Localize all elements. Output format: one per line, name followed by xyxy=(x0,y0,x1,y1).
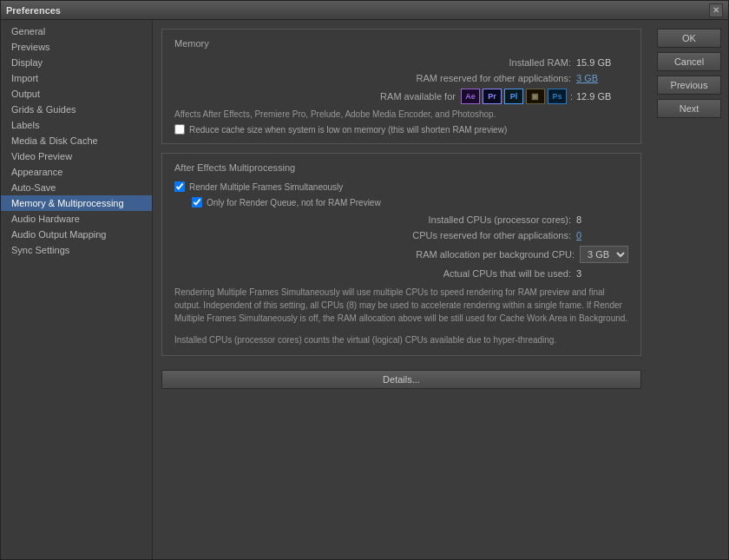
sidebar-item-grids---guides[interactable]: Grids & Guides xyxy=(1,102,152,117)
sidebar-item-appearance[interactable]: Appearance xyxy=(1,164,152,180)
actual-cpus-value: 3 xyxy=(576,268,628,279)
sidebar-item-video-preview[interactable]: Video Preview xyxy=(1,148,152,164)
reserved-ram-row: RAM reserved for other applications: 3 G… xyxy=(174,73,628,83)
desc2-text: Installed CPUs (processor cores) counts … xyxy=(174,333,628,346)
actual-cpus-label: Actual CPUs that will be used: xyxy=(174,268,576,279)
available-ram-value: 12.9 GB xyxy=(576,91,628,102)
titlebar: Preferences ✕ xyxy=(1,1,728,20)
installed-cpus-value: 8 xyxy=(576,214,628,225)
ame-icon: ▣ xyxy=(526,89,545,104)
sidebar-item-labels[interactable]: Labels xyxy=(1,117,152,133)
pl-icon: Pl xyxy=(504,89,523,104)
window-title: Preferences xyxy=(6,5,61,16)
actual-cpus-row: Actual CPUs that will be used: 3 xyxy=(174,268,628,279)
sidebar-item-media---disk-cache[interactable]: Media & Disk Cache xyxy=(1,133,152,148)
sidebar-item-audio-hardware[interactable]: Audio Hardware xyxy=(1,211,152,227)
installed-ram-row: Installed RAM: 15.9 GB xyxy=(174,57,628,68)
reserved-cpus-label: CPUs reserved for other applications: xyxy=(174,230,576,240)
ram-alloc-row: RAM allocation per background CPU: 1 GB … xyxy=(174,246,628,263)
available-ram-row: RAM available for Ae Pr Pl ▣ Ps : 12.9 G… xyxy=(174,89,628,104)
ps-icon: Ps xyxy=(548,89,567,104)
render-queue-row: Only for Render Queue, not for RAM Previ… xyxy=(192,197,628,208)
sidebar-item-audio-output-mapping[interactable]: Audio Output Mapping xyxy=(1,227,152,242)
available-colon: : xyxy=(567,91,576,102)
installed-cpus-label: Installed CPUs (processor cores): xyxy=(174,214,576,225)
render-queue-checkbox[interactable] xyxy=(192,197,202,208)
multiprocessing-section: After Effects Multiprocessing Render Mul… xyxy=(161,153,641,356)
sidebar-item-display[interactable]: Display xyxy=(1,55,152,70)
reserved-cpus-row: CPUs reserved for other applications: 0 xyxy=(174,230,628,240)
details-button[interactable]: Details... xyxy=(161,370,641,389)
sidebar: GeneralPreviewsDisplayImportOutputGrids … xyxy=(1,20,153,559)
reserved-cpus-value[interactable]: 0 xyxy=(576,230,628,240)
sidebar-item-memory---multiprocessing[interactable]: Memory & Multiprocessing xyxy=(1,195,152,211)
installed-cpus-row: Installed CPUs (processor cores): 8 xyxy=(174,214,628,225)
available-ram-label: RAM available for xyxy=(174,91,461,102)
sidebar-item-general[interactable]: General xyxy=(1,23,152,39)
render-multiple-checkbox[interactable] xyxy=(174,181,185,192)
sidebar-item-previews[interactable]: Previews xyxy=(1,39,152,55)
reserved-ram-label: RAM reserved for other applications: xyxy=(174,73,576,83)
pr-icon: Pr xyxy=(483,89,502,104)
ok-button[interactable]: OK xyxy=(657,29,721,48)
sidebar-item-import[interactable]: Import xyxy=(1,70,152,86)
memory-section: Memory Installed RAM: 15.9 GB RAM reserv… xyxy=(161,29,641,144)
next-button[interactable]: Next xyxy=(657,99,721,118)
app-icons-container: Ae Pr Pl ▣ Ps xyxy=(461,89,567,104)
reduce-cache-checkbox[interactable] xyxy=(174,124,185,135)
main-content: GeneralPreviewsDisplayImportOutputGrids … xyxy=(1,20,728,559)
installed-ram-value: 15.9 GB xyxy=(576,57,628,68)
close-button[interactable]: ✕ xyxy=(709,3,723,17)
settings-panel: Memory Installed RAM: 15.9 GB RAM reserv… xyxy=(153,20,650,559)
ram-alloc-dropdown[interactable]: 1 GB 2 GB 3 GB 4 GB 6 GB 8 GB xyxy=(580,246,628,263)
sidebar-item-sync-settings[interactable]: Sync Settings xyxy=(1,242,152,258)
preferences-window: Preferences ✕ GeneralPreviewsDisplayImpo… xyxy=(0,0,729,560)
reduce-cache-label: Reduce cache size when system is low on … xyxy=(189,125,507,135)
sidebar-item-output[interactable]: Output xyxy=(1,86,152,102)
render-multiple-label: Render Multiple Frames Simultaneously xyxy=(189,182,343,192)
previous-button[interactable]: Previous xyxy=(657,76,721,95)
action-buttons: OK Cancel Previous Next xyxy=(650,20,728,559)
desc1-text: Rendering Multiple Frames Simultaneously… xyxy=(174,286,628,325)
render-multiple-row: Render Multiple Frames Simultaneously xyxy=(174,181,628,192)
reserved-ram-value[interactable]: 3 GB xyxy=(576,73,628,83)
sidebar-item-auto-save[interactable]: Auto-Save xyxy=(1,180,152,195)
render-queue-label: Only for Render Queue, not for RAM Previ… xyxy=(207,198,381,208)
multiprocessing-title: After Effects Multiprocessing xyxy=(174,162,628,173)
ram-alloc-label: RAM allocation per background CPU: xyxy=(174,249,580,260)
reduce-cache-row: Reduce cache size when system is low on … xyxy=(174,124,628,135)
installed-ram-label: Installed RAM: xyxy=(174,57,576,68)
memory-title: Memory xyxy=(174,38,628,49)
ae-icon: Ae xyxy=(461,89,480,104)
cancel-button[interactable]: Cancel xyxy=(657,52,721,71)
affects-note: Affects After Effects, Premiere Pro, Pre… xyxy=(174,109,628,119)
